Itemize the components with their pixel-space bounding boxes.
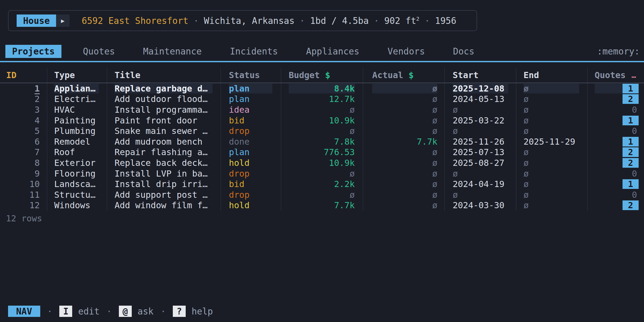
dot-separator: ·	[193, 16, 199, 26]
cell-title: Replace back deck…	[107, 158, 221, 168]
cell-start: 2024-05-13	[444, 94, 516, 105]
col-header-id[interactable]: ID	[0, 68, 47, 83]
status-bar: NAV · I edit · @ ask · ? help	[8, 305, 213, 317]
cell-budget: ø	[281, 189, 363, 200]
cell-quotes: 0	[587, 126, 644, 136]
property-year: 1956	[435, 16, 456, 26]
cell-type: Landsca…	[47, 179, 107, 189]
cell-status: bid	[221, 115, 281, 126]
cell-type: Applian…	[47, 83, 107, 94]
dot-separator: ·	[47, 306, 53, 317]
cell-id: 10	[0, 179, 47, 189]
cell-start: 2024-04-19	[444, 179, 516, 189]
cell-quotes: 1	[587, 136, 644, 147]
cell-quotes: 1	[587, 179, 644, 189]
dot-separator: ·	[160, 306, 166, 317]
col-header-actual[interactable]: Actual$	[363, 68, 444, 83]
cell-start: 2024-03-30	[444, 200, 516, 211]
cell-quotes: 2	[587, 147, 644, 158]
cell-end: 2025-11-29	[516, 136, 587, 147]
cell-title: Add window film f…	[107, 200, 221, 211]
cell-quotes: 1	[587, 83, 644, 94]
quotes-count-zero: 0	[632, 105, 637, 115]
cell-id: 8	[0, 158, 47, 168]
cell-status: drop	[221, 126, 281, 136]
cell-type: Electri…	[47, 94, 107, 105]
cell-budget: 7.8k	[281, 136, 363, 147]
dollar-icon: $	[409, 70, 414, 80]
property-address: 6592 East Shoresfort	[82, 16, 188, 26]
tab-projects[interactable]: Projects	[5, 45, 61, 58]
cell-quotes: 2	[587, 200, 644, 211]
cell-id: 2	[0, 94, 47, 105]
cell-budget: ø	[281, 168, 363, 179]
cell-end: ø	[516, 158, 587, 168]
tab-incidents[interactable]: Incidents	[223, 45, 285, 58]
cell-type: Roof	[47, 147, 107, 158]
cell-end: ø	[516, 200, 587, 211]
tab-docs[interactable]: Docs	[446, 45, 481, 58]
cell-id: 11	[0, 189, 47, 200]
more-columns-icon: …	[632, 71, 637, 80]
col-header-type[interactable]: Type	[47, 68, 107, 83]
tab-appliances[interactable]: Appliances	[299, 45, 366, 58]
key-i-badge: I	[59, 306, 72, 317]
cell-end: ø	[516, 179, 587, 189]
col-header-quotes[interactable]: Quotes…	[587, 68, 644, 83]
quotes-count-badge: 2	[623, 94, 639, 104]
cell-budget: ø	[281, 126, 363, 136]
cell-start: ø	[444, 126, 516, 136]
cell-actual: ø	[363, 147, 444, 158]
quotes-count-badge: 1	[623, 84, 639, 93]
cell-end: ø	[516, 104, 587, 115]
expand-arrow-button[interactable]: ▶	[56, 14, 69, 27]
col-header-budget[interactable]: Budget$	[281, 68, 363, 83]
tab-maintenance[interactable]: Maintenance	[136, 45, 208, 58]
cell-start: 2025-07-13	[444, 147, 516, 158]
col-header-start[interactable]: Start	[444, 68, 516, 83]
cell-type: HVAC	[47, 104, 107, 115]
tab-vendors[interactable]: Vendors	[381, 45, 431, 58]
area-exponent: 2	[416, 16, 419, 22]
cell-quotes: 0	[587, 104, 644, 115]
cell-quotes: 0	[587, 168, 644, 179]
cell-actual: ø	[363, 200, 444, 211]
cell-type: Structu…	[47, 189, 107, 200]
cell-actual: ø	[363, 115, 444, 126]
cell-type: Exterior	[47, 158, 107, 168]
cell-type: Plumbing	[47, 126, 107, 136]
col-header-title[interactable]: Title	[107, 68, 221, 83]
tab-bar: Projects Quotes Maintenance Incidents Ap…	[0, 45, 644, 58]
col-header-end[interactable]: End	[516, 68, 587, 83]
cell-title: Add outdoor flood…	[107, 94, 221, 105]
cell-quotes: 2	[587, 94, 644, 105]
dot-separator: ·	[374, 16, 379, 26]
cell-title: Snake main sewer …	[107, 126, 221, 136]
cell-type: Flooring	[47, 168, 107, 179]
tab-quotes[interactable]: Quotes	[76, 45, 122, 58]
quotes-count-badge: 1	[623, 137, 639, 147]
cell-end: ø	[516, 189, 587, 200]
cell-budget: 8.4k	[281, 83, 363, 94]
cell-start: 2025-08-27	[444, 158, 516, 168]
dot-separator: ·	[300, 16, 305, 26]
quotes-count-zero: 0	[632, 190, 637, 200]
quotes-count-badge: 1	[623, 116, 639, 125]
dollar-icon: $	[325, 70, 330, 80]
cell-status: plan	[221, 83, 281, 94]
cell-title: Add support post …	[107, 189, 221, 200]
row-count: 12 rows	[6, 213, 42, 224]
property-city: Wichita, Arkansas	[204, 16, 295, 26]
property-header: House ▶ 6592 East Shoresfort · Wichita, …	[8, 10, 477, 31]
cell-status: hold	[221, 158, 281, 168]
cell-budget: 10.9k	[281, 115, 363, 126]
cell-id: 3	[0, 104, 47, 115]
cell-end: ø	[516, 168, 587, 179]
cell-title: Repair flashing a…	[107, 147, 221, 158]
hint-help: help	[192, 306, 213, 317]
cell-quotes: 2	[587, 158, 644, 168]
cell-actual: ø	[363, 94, 444, 105]
property-type-button[interactable]: House	[17, 14, 56, 27]
hint-ask: ask	[138, 306, 154, 317]
col-header-status[interactable]: Status	[221, 68, 281, 83]
